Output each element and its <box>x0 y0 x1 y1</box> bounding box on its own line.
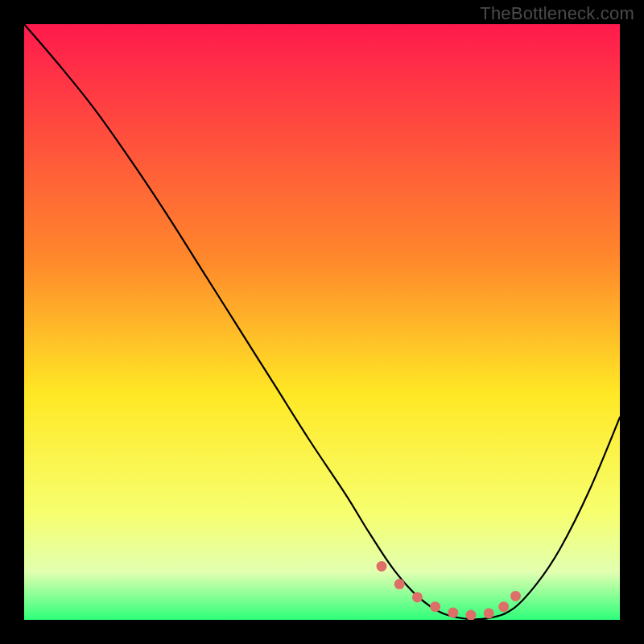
valley-dot <box>466 610 477 620</box>
valley-dot <box>484 608 494 618</box>
valley-dot <box>394 579 405 589</box>
valley-dot <box>377 561 387 572</box>
plot-area <box>24 24 620 620</box>
valley-dot <box>498 601 509 612</box>
chart-container: TheBottleneck.com <box>0 0 644 644</box>
chart-svg <box>24 24 620 620</box>
gradient-background <box>24 24 620 620</box>
watermark-text: TheBottleneck.com <box>480 3 634 24</box>
valley-dot <box>448 608 458 618</box>
valley-dot <box>430 601 440 612</box>
valley-dot <box>510 591 521 601</box>
valley-dot <box>412 592 423 602</box>
